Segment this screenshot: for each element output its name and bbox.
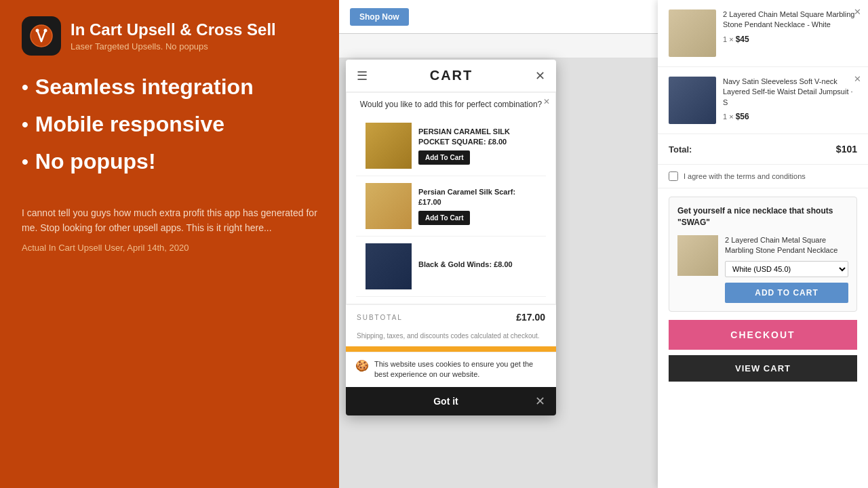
side-upsell-image: [677, 235, 718, 276]
terms-checkbox[interactable]: [669, 171, 678, 181]
upsell-item-2-info: Persian Caramel Silk Scarf: £17.00 Add T…: [418, 187, 536, 225]
upsell-item-2-name: Persian Caramel Silk Scarf: £17.00: [418, 187, 536, 207]
cookie-banner: 🍪 This website uses cookies to ensure yo…: [346, 352, 556, 387]
brand-name: In Cart Upsell & Cross Sell: [71, 20, 276, 40]
side-item-1-qty: 1 × $45: [723, 35, 857, 44]
shipping-note: Shipping, taxes, and discounts codes cal…: [346, 329, 556, 346]
cookie-text: This website uses cookies to ensure you …: [374, 359, 547, 380]
checkout-progress-bar: [346, 346, 556, 352]
side-item-2-close[interactable]: ✕: [854, 74, 861, 84]
add-to-cart-button-2[interactable]: Add To Cart: [418, 211, 470, 225]
brand-logo: [22, 16, 61, 56]
testimonial-author: Actual In Cart Upsell User, April 14th, …: [22, 243, 317, 253]
feature-item-3: • No popups!: [22, 149, 317, 174]
feature-item-1: • Seamless integration: [22, 75, 317, 100]
upsell-popup-close[interactable]: ✕: [543, 97, 550, 106]
upsell-item-1: PERSIAN CARAMEL SILK POCKET SQUARE: £8.0…: [356, 116, 546, 176]
side-item-2-image: [669, 77, 716, 124]
side-add-to-cart-button[interactable]: ADD TO CART: [725, 283, 848, 303]
features-list: • Seamless integration • Mobile responsi…: [22, 75, 317, 186]
feature-item-2: • Mobile responsive: [22, 112, 317, 137]
side-item-2-qty: 1 × $56: [723, 112, 857, 121]
upsell-item-3-info: Black & Gold Winds: £8.00: [418, 260, 536, 273]
feature-text-3: No popups!: [35, 149, 156, 174]
upsell-popup: ✕ Would you like to add this for perfect…: [346, 92, 556, 304]
cart-close-button[interactable]: ✕: [535, 68, 545, 83]
svg-point-0: [31, 25, 52, 47]
brand-header: In Cart Upsell & Cross Sell Laser Target…: [22, 16, 317, 56]
side-upsell-title: Get yourself a nice necklace that shouts…: [677, 205, 848, 228]
shop-now-button[interactable]: Shop Now: [350, 8, 409, 26]
bullet-3: •: [22, 151, 28, 173]
cart-body: ✕ Would you like to add this for perfect…: [346, 92, 556, 352]
left-panel: In Cart Upsell & Cross Sell Laser Target…: [0, 0, 339, 488]
side-upsell-product: 2 Layered Chain Metal Square Marbling St…: [677, 235, 848, 304]
upsell-item-2-image: [366, 183, 412, 229]
svg-point-1: [36, 29, 39, 33]
side-upsell-card: Get yourself a nice necklace that shouts…: [669, 197, 857, 312]
side-item-1-image: [669, 9, 716, 57]
side-item-1-name: 2 Layered Chain Metal Square Marbling St…: [723, 9, 857, 30]
side-item-1-close[interactable]: ✕: [854, 7, 861, 17]
upsell-item-1-image: [366, 123, 412, 169]
right-panel: Shop Now BOTTOMS ▾ ☰ CART ✕ ✕ Would you …: [339, 0, 868, 488]
upsell-item-3-name: Black & Gold Winds: £8.00: [418, 260, 536, 269]
bullet-2: •: [22, 114, 28, 136]
svg-point-2: [44, 29, 47, 33]
cart-header: ☰ CART ✕: [346, 60, 556, 92]
side-upsell-variant-select[interactable]: White (USD 45.0): [725, 261, 848, 277]
cart-title: CART: [430, 68, 473, 83]
got-it-close-button[interactable]: ✕: [535, 394, 545, 409]
feature-text-2: Mobile responsive: [35, 112, 224, 137]
add-to-cart-button-1[interactable]: Add To Cart: [418, 150, 470, 165]
got-it-bar: Got it ✕: [346, 387, 556, 415]
total-amount: $101: [836, 144, 857, 155]
side-total: Total: $101: [658, 134, 868, 165]
brand-tagline: Laser Targeted Upsells. No popups: [71, 41, 276, 52]
terms-row: I agree with the terms and conditions: [658, 165, 868, 188]
bullet-1: •: [22, 77, 28, 98]
side-cart-item-1: 2 Layered Chain Metal Square Marbling St…: [658, 0, 868, 67]
side-item-2-info: Navy Satin Sleeveless Soft V-neck Layere…: [723, 77, 857, 121]
cookie-icon: 🍪: [355, 359, 369, 372]
side-upsell-name: 2 Layered Chain Metal Square Marbling St…: [725, 235, 848, 256]
upsell-prompt: Would you like to add this for perfect c…: [356, 100, 546, 109]
testimonial-text: I cannot tell you guys how much extra pr…: [22, 205, 317, 236]
got-it-button[interactable]: Got it: [357, 396, 535, 407]
feature-text-1: Seamless integration: [35, 75, 254, 100]
upsell-item-1-info: PERSIAN CARAMEL SILK POCKET SQUARE: £8.0…: [418, 127, 536, 165]
hamburger-icon[interactable]: ☰: [357, 68, 368, 83]
subtotal-label: SUBTOTAL: [357, 314, 403, 321]
subtotal-amount: £17.00: [516, 312, 545, 323]
checkout-button[interactable]: CHECKOUT: [669, 320, 857, 350]
side-item-1-info: 2 Layered Chain Metal Square Marbling St…: [723, 9, 857, 44]
side-cart-item-2: Navy Satin Sleeveless Soft V-neck Layere…: [658, 67, 868, 134]
upsell-item-1-name: PERSIAN CARAMEL SILK POCKET SQUARE: £8.0…: [418, 127, 536, 146]
cart-modal: ☰ CART ✕ ✕ Would you like to add this fo…: [346, 60, 556, 415]
side-upsell-info: 2 Layered Chain Metal Square Marbling St…: [725, 235, 848, 304]
view-cart-button[interactable]: VIEW CART: [669, 355, 857, 382]
terms-text: I agree with the terms and conditions: [684, 172, 806, 180]
total-label: Total:: [669, 144, 692, 155]
upsell-item-3: Black & Gold Winds: £8.00: [356, 237, 546, 297]
side-item-2-name: Navy Satin Sleeveless Soft V-neck Layere…: [723, 77, 857, 108]
side-cart-panel: 2 Layered Chain Metal Square Marbling St…: [658, 0, 868, 488]
brand-title-block: In Cart Upsell & Cross Sell Laser Target…: [71, 20, 276, 52]
upsell-item-2: Persian Caramel Silk Scarf: £17.00 Add T…: [356, 176, 546, 237]
side-item-1-price: $45: [736, 35, 749, 44]
cart-subtotal: SUBTOTAL £17.00: [346, 304, 556, 329]
side-item-2-price: $56: [736, 112, 749, 121]
upsell-item-3-image: [366, 243, 412, 289]
